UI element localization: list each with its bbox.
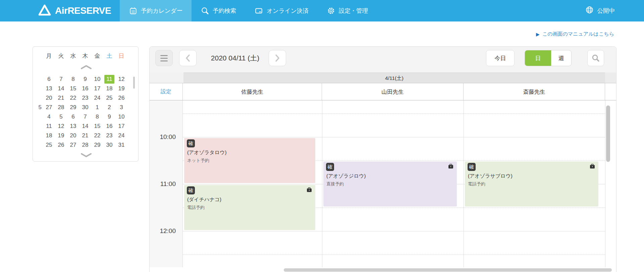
mini-calendar-day[interactable]: 25 — [43, 140, 55, 150]
mini-calendar-day[interactable]: 1 — [91, 103, 103, 112]
mini-calendar-day[interactable]: 30 — [103, 140, 115, 150]
mini-calendar-day[interactable]: 8 — [91, 112, 103, 122]
nav-tab-2[interactable]: オンライン決済 — [245, 0, 318, 21]
mini-calendar-day[interactable]: 17 — [115, 122, 127, 131]
mini-calendar-day[interactable]: 17 — [91, 84, 103, 93]
mini-calendar-day[interactable]: 27 — [67, 140, 79, 150]
mini-calendar-prev-chevron-icon[interactable] — [80, 65, 92, 71]
mini-calendar-day[interactable]: 31 — [115, 140, 127, 150]
mini-calendar-day[interactable]: 11 — [103, 75, 115, 84]
mini-calendar-day[interactable]: 20 — [43, 93, 55, 103]
mini-calendar-day[interactable]: 23 — [79, 93, 91, 103]
mini-calendar-weeks: 6789101112131415161718192021222324252627… — [43, 75, 127, 150]
nav-tab-label: オンライン決済 — [267, 7, 309, 15]
booking-block[interactable]: 確(アオゾラジロウ)直接予約 — [323, 162, 457, 207]
app-logo: AirRESERVE — [38, 0, 111, 21]
day-view-tab[interactable]: 日 — [525, 50, 551, 66]
mini-calendar-day[interactable]: 20 — [67, 131, 79, 140]
mini-calendar-day[interactable]: 7 — [55, 75, 67, 84]
mini-calendar-next-chevron-icon[interactable] — [80, 153, 92, 159]
manual-link[interactable]: ▶ この画面のマニュアルはこちら — [536, 31, 614, 37]
mini-calendar-day[interactable]: 27 — [43, 103, 55, 112]
mini-calendar-weekday-header: 水 — [67, 52, 79, 60]
mini-calendar-weekday-header: 火 — [55, 52, 67, 60]
week-view-tab[interactable]: 週 — [551, 50, 571, 66]
mini-calendar-day[interactable]: 15 — [67, 84, 79, 93]
confirmed-badge: 確 — [187, 186, 195, 194]
mini-calendar-day[interactable]: 21 — [55, 93, 67, 103]
mini-calendar-day[interactable]: 12 — [115, 75, 127, 84]
mini-calendar-day[interactable]: 16 — [103, 122, 115, 131]
top-navbar: AirRESERVE 予約カレンダー予約検索オンライン決済設定・管理 公開中 — [0, 0, 644, 21]
mini-calendar-day[interactable]: 22 — [67, 93, 79, 103]
publish-status[interactable]: 公開中 — [585, 0, 615, 21]
mini-calendar-day[interactable]: 18 — [103, 84, 115, 93]
mini-calendar-day[interactable]: 22 — [91, 131, 103, 140]
prev-day-button[interactable] — [179, 50, 197, 66]
mini-calendar-day[interactable]: 24 — [115, 131, 127, 140]
booking-customer-name: (アオゾラサブロウ) — [468, 173, 513, 179]
mini-calendar-day[interactable]: 21 — [79, 131, 91, 140]
mini-calendar-day[interactable]: 13 — [67, 122, 79, 131]
mini-calendar-day[interactable]: 28 — [79, 140, 91, 150]
next-day-button[interactable] — [269, 50, 286, 66]
mini-calendar-day[interactable]: 2 — [103, 103, 115, 112]
mini-calendar-day[interactable]: 13 — [43, 84, 55, 93]
mini-calendar-day[interactable]: 18 — [43, 131, 55, 140]
mini-calendar-day[interactable]: 7 — [79, 112, 91, 122]
search-button[interactable] — [587, 50, 604, 66]
mini-calendar-day[interactable]: 24 — [91, 93, 103, 103]
schedule-grid[interactable]: 10:0011:0012:00 確(アオゾラタロウ)ネット予約確(ダイチハナコ)… — [150, 100, 616, 267]
mini-calendar-day[interactable]: 28 — [55, 103, 67, 112]
mini-calendar-day[interactable]: 30 — [79, 103, 91, 112]
mini-calendar-scrollbar[interactable] — [133, 77, 135, 89]
briefcase-icon — [448, 164, 453, 170]
mini-calendar-day[interactable]: 23 — [103, 131, 115, 140]
nav-tab-1[interactable]: 予約検索 — [192, 0, 245, 21]
menu-button[interactable] — [155, 50, 173, 66]
mini-calendar-day[interactable]: 11 — [43, 122, 55, 131]
time-label: 12:00 — [150, 227, 183, 235]
mini-calendar-day[interactable]: 4 — [43, 112, 55, 122]
mini-calendar-day[interactable]: 10 — [115, 112, 127, 122]
mini-calendar-selected-day: 11 — [104, 75, 114, 84]
mini-calendar-day[interactable]: 26 — [115, 93, 127, 103]
mini-calendar-day[interactable]: 8 — [67, 75, 79, 84]
mini-calendar-day[interactable]: 6 — [43, 75, 55, 84]
mini-calendar-day[interactable]: 25 — [103, 93, 115, 103]
mini-calendar-day[interactable]: 16 — [79, 84, 91, 93]
vertical-scrollbar[interactable] — [606, 105, 610, 162]
nav-tab-0[interactable]: 予約カレンダー — [120, 0, 192, 21]
mini-calendar-day[interactable]: 29 — [91, 140, 103, 150]
nav-tab-3[interactable]: 設定・管理 — [318, 0, 377, 21]
mini-calendar-day[interactable]: 9 — [79, 75, 91, 84]
mini-calendar-day[interactable]: 10 — [91, 75, 103, 84]
mini-calendar-day[interactable]: 14 — [79, 122, 91, 131]
calendar-panel: 2020 04/11 (土) 今日 日 週 4/11(土) 設定 佐藤先生山田先… — [149, 46, 616, 272]
mini-calendar-day[interactable]: 29 — [67, 103, 79, 112]
date-header-left-spacer — [150, 73, 183, 83]
mini-calendar-day[interactable]: 12 — [55, 122, 67, 131]
half-hour-gridline — [183, 114, 605, 114]
confirmed-badge: 確 — [468, 163, 476, 171]
booking-block[interactable]: 確(ダイチハナコ)電話予約 — [184, 185, 315, 230]
today-button[interactable]: 今日 — [486, 50, 515, 66]
booking-channel: 電話予約 — [187, 205, 205, 211]
time-label: 11:00 — [150, 180, 183, 188]
mini-calendar: 月火水木金土日 67891011121314151617181920212223… — [33, 46, 139, 162]
mini-calendar-day[interactable]: 5 — [55, 112, 67, 122]
mini-calendar-day[interactable]: 19 — [115, 84, 127, 93]
mini-calendar-day[interactable]: 14 — [55, 84, 67, 93]
confirmed-badge: 確 — [326, 163, 334, 171]
mini-calendar-day[interactable]: 19 — [55, 131, 67, 140]
mini-calendar-day[interactable]: 3 — [115, 103, 127, 112]
mini-calendar-day[interactable]: 15 — [91, 122, 103, 131]
mini-calendar-day[interactable]: 6 — [67, 112, 79, 122]
booking-block[interactable]: 確(アオゾラタロウ)ネット予約 — [184, 138, 315, 183]
booking-block[interactable]: 確(アオゾラサブロウ)電話予約 — [465, 162, 598, 207]
booking-customer-name: (アオゾラタロウ) — [187, 149, 226, 156]
horizontal-scrollbar[interactable] — [284, 268, 612, 272]
settings-link[interactable]: 設定 — [150, 83, 183, 100]
mini-calendar-day[interactable]: 26 — [55, 140, 67, 150]
mini-calendar-day[interactable]: 9 — [103, 112, 115, 122]
